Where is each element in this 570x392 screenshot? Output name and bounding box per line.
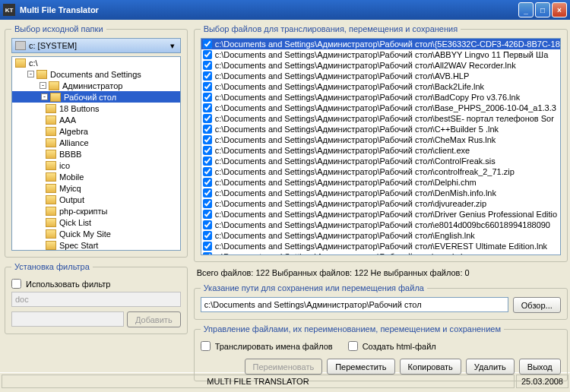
folder-icon bbox=[49, 81, 59, 90]
browse-button[interactable]: Обзор... bbox=[513, 297, 561, 313]
tree-item[interactable]: Output bbox=[12, 194, 180, 205]
tree-item[interactable]: 18 Buttons bbox=[12, 103, 180, 114]
file-item[interactable]: c:\Documents and Settings\Администратор\… bbox=[201, 209, 560, 220]
add-filter-button[interactable]: Добавить bbox=[127, 311, 181, 327]
file-checkbox[interactable] bbox=[203, 188, 212, 198]
minimize-button[interactable]: _ bbox=[518, 2, 534, 17]
file-item[interactable]: c:\Documents and Settings\Администратор\… bbox=[201, 134, 560, 145]
file-path: c:\Documents and Settings\Администратор\… bbox=[215, 61, 516, 70]
file-checkbox[interactable] bbox=[203, 242, 212, 251]
folder-tree[interactable]: c:\-Documents and Settings-Администратор… bbox=[11, 56, 181, 251]
move-button[interactable]: Переместить bbox=[327, 359, 394, 375]
tree-item[interactable]: c:\ bbox=[12, 57, 180, 68]
file-checkbox[interactable] bbox=[203, 156, 212, 166]
manage-group: Управление файлами, их переименованием, … bbox=[194, 324, 568, 381]
tree-item[interactable]: Algebra bbox=[12, 125, 180, 137]
file-item[interactable]: c:\Documents and Settings\Администратор\… bbox=[201, 49, 560, 60]
file-item[interactable]: c:\Documents and Settings\Администратор\… bbox=[201, 230, 560, 241]
translit-checkbox[interactable] bbox=[201, 341, 211, 351]
file-checkbox[interactable] bbox=[203, 71, 212, 81]
file-checkbox[interactable] bbox=[203, 135, 212, 144]
file-item[interactable]: c:\Documents and Settings\Администратор\… bbox=[201, 198, 560, 209]
file-path: c:\Documents and Settings\Администратор\… bbox=[215, 40, 560, 49]
file-item[interactable]: c:\Documents and Settings\Администратор\… bbox=[201, 60, 560, 71]
expander-icon[interactable]: - bbox=[40, 82, 46, 89]
delete-button[interactable]: Удалить bbox=[466, 359, 515, 375]
file-path: c:\Documents and Settings\Администратор\… bbox=[215, 135, 496, 144]
file-item[interactable]: c:\Documents and Settings\Администратор\… bbox=[201, 103, 560, 113]
file-checkbox[interactable] bbox=[203, 103, 212, 112]
file-checkbox[interactable] bbox=[203, 61, 212, 70]
tree-item[interactable]: Qick List bbox=[12, 217, 180, 228]
file-path: c:\Documents and Settings\Администратор\… bbox=[215, 114, 554, 123]
folder-icon bbox=[36, 70, 47, 79]
file-item[interactable]: c:\Documents and Settings\Администратор\… bbox=[201, 188, 560, 198]
file-checkbox[interactable] bbox=[203, 167, 212, 176]
file-checkbox[interactable] bbox=[203, 82, 212, 91]
file-item[interactable]: c:\Documents and Settings\Администратор\… bbox=[201, 92, 560, 103]
file-checkbox[interactable] bbox=[203, 199, 212, 208]
file-checkbox[interactable] bbox=[203, 210, 212, 219]
file-item[interactable]: c:\Documents and Settings\Администратор\… bbox=[201, 156, 560, 166]
path-input[interactable] bbox=[201, 297, 508, 312]
file-checkbox[interactable] bbox=[203, 114, 212, 123]
tree-item-label: 18 Buttons bbox=[59, 104, 100, 113]
folder-icon bbox=[46, 218, 56, 227]
file-checkbox[interactable] bbox=[203, 220, 212, 229]
file-path: c:\Documents and Settings\Администратор\… bbox=[215, 252, 473, 255]
file-item[interactable]: c:\Documents and Settings\Администратор\… bbox=[201, 166, 560, 177]
file-item[interactable]: c:\Documents and Settings\Администратор\… bbox=[201, 71, 560, 81]
close-button[interactable]: × bbox=[552, 2, 567, 17]
file-list[interactable]: c:\Documents and Settings\Администратор\… bbox=[201, 38, 561, 255]
drive-select[interactable]: c: [SYSTEM] ▾ bbox=[11, 38, 181, 53]
copy-button[interactable]: Копировать bbox=[400, 359, 461, 375]
tree-item[interactable]: ico bbox=[12, 160, 180, 171]
tree-item-label: c:\ bbox=[29, 58, 38, 68]
file-path: c:\Documents and Settings\Администратор\… bbox=[215, 220, 550, 229]
file-checkbox[interactable] bbox=[203, 125, 212, 134]
file-checkbox[interactable] bbox=[203, 231, 212, 240]
file-checkbox[interactable] bbox=[203, 40, 212, 49]
exit-button[interactable]: Выход bbox=[519, 359, 561, 375]
file-checkbox[interactable] bbox=[203, 93, 212, 102]
tree-item[interactable]: BBBB bbox=[12, 148, 180, 160]
file-item[interactable]: c:\Documents and Settings\Администратор\… bbox=[201, 39, 560, 49]
app-icon: KT bbox=[3, 4, 15, 16]
file-item[interactable]: c:\Documents and Settings\Администратор\… bbox=[201, 124, 560, 134]
expander-icon[interactable]: - bbox=[41, 93, 48, 100]
file-checkbox[interactable] bbox=[203, 252, 212, 255]
tree-item[interactable]: -Documents and Settings bbox=[12, 68, 180, 80]
maximize-button[interactable]: □ bbox=[535, 2, 550, 17]
rename-button[interactable]: Переименовать bbox=[245, 359, 323, 375]
tree-item[interactable]: Spec Start bbox=[12, 239, 180, 251]
file-path: c:\Documents and Settings\Администратор\… bbox=[215, 93, 521, 102]
tree-item-label: php-скрипты bbox=[59, 207, 108, 216]
file-checkbox[interactable] bbox=[203, 146, 212, 155]
file-path: c:\Documents and Settings\Администратор\… bbox=[215, 156, 496, 166]
file-item[interactable]: c:\Documents and Settings\Администратор\… bbox=[201, 145, 560, 156]
expander-icon[interactable]: - bbox=[27, 71, 34, 77]
tree-item[interactable]: Alliance bbox=[12, 137, 180, 148]
file-item[interactable]: c:\Documents and Settings\Администратор\… bbox=[201, 251, 560, 255]
use-filter-checkbox[interactable] bbox=[11, 279, 21, 289]
html-checkbox[interactable] bbox=[348, 341, 358, 351]
filter-select[interactable]: doc bbox=[11, 292, 181, 307]
tree-item-label: Mobile bbox=[59, 172, 84, 182]
file-checkbox[interactable] bbox=[203, 50, 212, 59]
tree-item[interactable]: AAA bbox=[12, 114, 180, 125]
file-item[interactable]: c:\Documents and Settings\Администратор\… bbox=[201, 81, 560, 92]
tree-item-label: Quick My Site bbox=[59, 229, 111, 239]
file-checkbox[interactable] bbox=[203, 178, 212, 187]
file-item[interactable]: c:\Documents and Settings\Администратор\… bbox=[201, 177, 560, 188]
file-item[interactable]: c:\Documents and Settings\Администратор\… bbox=[201, 113, 560, 124]
file-item[interactable]: c:\Documents and Settings\Администратор\… bbox=[201, 220, 560, 230]
tree-item[interactable]: -Администратор bbox=[12, 80, 180, 91]
tree-item[interactable]: -Рабочий стол bbox=[12, 91, 180, 103]
file-item[interactable]: c:\Documents and Settings\Администратор\… bbox=[201, 241, 560, 251]
file-path: c:\Documents and Settings\Администратор\… bbox=[215, 71, 470, 81]
tree-item[interactable]: Quick My Site bbox=[12, 228, 180, 239]
tree-item[interactable]: php-скрипты bbox=[12, 205, 180, 217]
tree-item[interactable]: Myicq bbox=[12, 182, 180, 194]
tree-item[interactable]: Mobile bbox=[12, 171, 180, 182]
use-filter-label: Использовать фильтр bbox=[26, 280, 111, 289]
